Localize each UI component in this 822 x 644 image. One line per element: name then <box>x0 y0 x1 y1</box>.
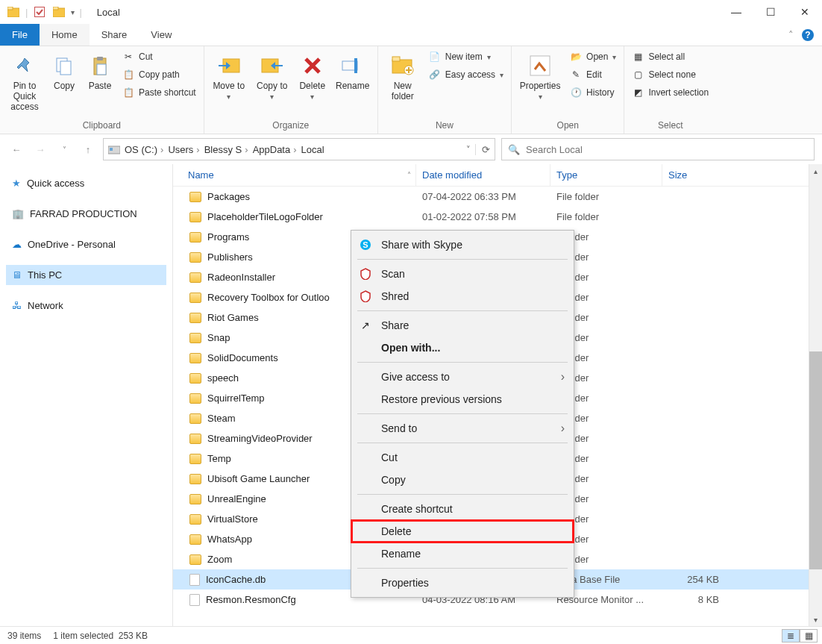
properties-button[interactable]: Properties▾ <box>516 49 564 104</box>
edit-button[interactable]: ✎Edit <box>567 67 619 82</box>
search-input[interactable] <box>526 144 808 155</box>
tab-file[interactable]: File <box>0 24 40 46</box>
qat-dropdown-icon[interactable]: ▾ <box>71 8 75 16</box>
select-none-button[interactable]: ▢Select none <box>629 67 712 82</box>
group-select: ▦Select all ▢Select none ◩Invert selecti… <box>624 46 716 134</box>
new-folder-icon <box>389 52 416 79</box>
maximize-button[interactable]: ☐ <box>753 0 788 24</box>
breadcrumb-appdata[interactable]: AppData› <box>253 144 297 155</box>
minimize-button[interactable]: — <box>719 0 753 24</box>
qat-checkbox-icon[interactable] <box>32 4 47 19</box>
ctx-copy[interactable]: Copy <box>351 469 574 491</box>
new-item-button[interactable]: 📄New item ▾ <box>426 49 506 64</box>
file-name: Snap <box>207 332 230 343</box>
tab-view[interactable]: View <box>139 24 183 46</box>
nav-onedrive[interactable]: ☁ OneDrive - Personal <box>6 234 166 254</box>
breadcrumb-drive[interactable]: OS (C:)› <box>125 144 163 155</box>
nav-quick-access[interactable]: ★ Quick access <box>6 173 166 193</box>
file-icon <box>189 594 200 606</box>
file-row[interactable]: Packages07-04-2022 06:33 PMFile folder <box>173 187 809 207</box>
svg-rect-8 <box>60 61 71 75</box>
vertical-scrollbar[interactable]: ▴ ▾ <box>809 164 822 626</box>
tab-home[interactable]: Home <box>40 24 90 46</box>
paste-button[interactable]: Paste <box>84 49 116 94</box>
cut-button[interactable]: ✂Cut <box>119 49 199 64</box>
file-name: PlaceholderTileLogoFolder <box>207 211 323 222</box>
address-dropdown-icon[interactable]: ˅ <box>466 145 471 154</box>
folder-icon <box>189 192 201 202</box>
new-folder-button[interactable]: New folder <box>383 49 423 104</box>
chevron-right-icon: › <box>561 422 565 435</box>
nav-this-pc[interactable]: 🖥 This PC <box>6 265 166 285</box>
ctx-cut[interactable]: Cut <box>351 446 574 469</box>
svg-rect-11 <box>97 64 106 75</box>
scroll-up-button[interactable]: ▴ <box>809 164 822 178</box>
svg-rect-21 <box>110 148 113 151</box>
file-name: Zoom <box>207 554 232 565</box>
col-name[interactable]: Name˄ <box>173 164 416 186</box>
ctx-delete[interactable]: Delete <box>351 520 574 543</box>
folder-icon <box>189 514 201 525</box>
ctx-properties[interactable]: Properties <box>351 572 574 594</box>
select-all-button[interactable]: ▦Select all <box>629 49 712 64</box>
breadcrumb-users[interactable]: Users› <box>168 144 199 155</box>
folder-icon <box>189 454 201 464</box>
ribbon-collapse-icon[interactable]: ˄ <box>788 29 794 40</box>
ctx-open-with[interactable]: Open with... <box>351 337 574 359</box>
file-name: Packages <box>207 191 250 202</box>
col-type[interactable]: Type <box>550 164 662 186</box>
breadcrumb-local[interactable]: Local <box>301 144 324 155</box>
history-button[interactable]: 🕐History <box>567 85 619 100</box>
scrollbar-thumb[interactable] <box>809 351 822 569</box>
refresh-button[interactable]: ⟳ <box>475 144 490 155</box>
copy-button[interactable]: Copy <box>48 49 81 94</box>
move-to-button[interactable]: Move to▾ <box>209 49 249 104</box>
properties-icon <box>527 52 553 79</box>
ctx-create-shortcut[interactable]: Create shortcut <box>351 498 574 520</box>
ctx-share-skype[interactable]: SShare with Skype <box>351 234 574 256</box>
copy-path-button[interactable]: 📋Copy path <box>119 67 199 82</box>
file-row[interactable]: PlaceholderTileLogoFolder01-02-2022 07:5… <box>173 207 809 227</box>
paste-shortcut-button[interactable]: 📋Paste shortcut <box>119 85 199 100</box>
nav-recent-button[interactable]: ˅ <box>55 140 73 158</box>
file-name: Riot Games <box>207 312 259 323</box>
col-date[interactable]: Date modified <box>416 164 550 186</box>
paste-icon <box>87 52 113 79</box>
ctx-send-to[interactable]: Send to› <box>351 417 574 440</box>
column-headers: Name˄ Date modified Type Size <box>173 164 809 187</box>
open-button[interactable]: 📂Open ▾ <box>567 49 619 64</box>
search-box[interactable]: 🔍 <box>501 138 815 160</box>
easy-access-button[interactable]: 🔗Easy access ▾ <box>426 67 506 82</box>
rename-button[interactable]: Rename <box>333 49 373 94</box>
nav-farrad[interactable]: 🏢 FARRAD PRODUCTION <box>6 204 166 224</box>
easy-access-icon: 🔗 <box>429 69 441 81</box>
scroll-down-button[interactable]: ▾ <box>809 613 822 626</box>
ctx-rename[interactable]: Rename <box>351 543 574 565</box>
qat-folder-icon[interactable] <box>51 4 66 19</box>
copy-to-button[interactable]: Copy to▾ <box>252 49 292 104</box>
help-icon[interactable]: ? <box>801 28 815 42</box>
pin-to-quick-access-button[interactable]: Pin to Quick access <box>4 49 45 115</box>
folder-icon <box>189 293 201 303</box>
breadcrumb-user[interactable]: Blessy S› <box>204 144 248 155</box>
view-large-button[interactable]: ▦ <box>800 629 818 643</box>
ctx-share[interactable]: ↗Share <box>351 314 574 337</box>
ctx-scan[interactable]: Scan <box>351 263 574 285</box>
ctx-shred[interactable]: Shred <box>351 285 574 307</box>
address-bar[interactable]: OS (C:)› Users› Blessy S› AppData› Local… <box>103 138 495 160</box>
nav-back-button[interactable]: ← <box>7 140 25 158</box>
nav-forward-button[interactable]: → <box>31 140 49 158</box>
view-details-button[interactable]: ≣ <box>782 629 800 643</box>
ctx-give-access[interactable]: Give access to› <box>351 366 574 388</box>
delete-button[interactable]: Delete▾ <box>295 49 330 104</box>
pin-icon <box>11 52 38 79</box>
nav-network[interactable]: 🖧 Network <box>6 296 166 316</box>
col-size[interactable]: Size <box>662 164 730 186</box>
nav-up-button[interactable]: ↑ <box>79 140 97 158</box>
new-item-icon: 📄 <box>429 51 441 63</box>
invert-selection-button[interactable]: ◩Invert selection <box>629 85 712 100</box>
close-button[interactable]: ✕ <box>788 0 822 24</box>
tab-share[interactable]: Share <box>90 24 139 46</box>
edit-icon: ✎ <box>570 69 582 81</box>
ctx-restore-versions[interactable]: Restore previous versions <box>351 388 574 410</box>
